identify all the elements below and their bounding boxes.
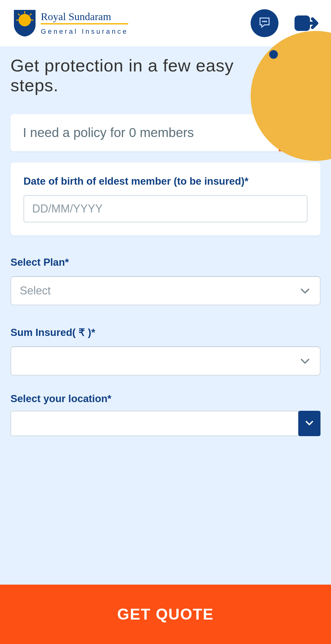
brand-logo[interactable]: Royal Sundaram General Insurance: [12, 9, 128, 37]
get-quote-button[interactable]: GET QUOTE: [0, 585, 331, 644]
chevron-down-icon: [304, 418, 315, 429]
svg-point-8: [266, 21, 266, 22]
get-quote-label: GET QUOTE: [117, 605, 214, 623]
chevron-down-icon: [299, 355, 311, 367]
location-row: [11, 411, 320, 436]
svg-point-0: [19, 14, 31, 26]
location-label: Select your location*: [11, 393, 320, 405]
shield-sun-icon: [12, 9, 37, 37]
page-title: Get protection in a few easy steps.: [11, 56, 240, 96]
location-field: Select your location*: [11, 393, 320, 436]
dob-input[interactable]: [23, 195, 308, 222]
location-expand-button[interactable]: [298, 411, 320, 436]
dob-label: Date of birth of eldest member (to be in…: [23, 175, 308, 187]
app-header: Royal Sundaram General Insurance: [0, 0, 331, 46]
dob-card: Date of birth of eldest member (to be in…: [11, 162, 320, 235]
brand-text: Royal Sundaram General Insurance: [41, 11, 128, 36]
sum-insured-select[interactable]: [11, 346, 320, 376]
svg-point-7: [264, 21, 265, 22]
sum-insured-label: Sum Insured( ₹ )*: [11, 326, 320, 338]
chat-icon: [258, 16, 271, 31]
chevron-down-icon: [299, 285, 311, 297]
sum-insured-field: Sum Insured( ₹ )*: [11, 326, 320, 376]
plan-label: Select Plan*: [11, 256, 320, 268]
members-summary: I need a policy for 0 members: [11, 114, 279, 152]
brand-subtitle: General Insurance: [41, 28, 128, 36]
plan-value: Select: [20, 284, 299, 297]
plan-field: Select Plan* Select: [11, 256, 320, 305]
location-input[interactable]: [11, 411, 299, 436]
main-content: Get protection in a few easy steps. I ne…: [0, 46, 331, 585]
chat-button[interactable]: [251, 9, 278, 37]
plan-select[interactable]: Select: [11, 276, 320, 305]
svg-point-6: [262, 21, 263, 22]
brand-name: Royal Sundaram: [41, 11, 128, 24]
